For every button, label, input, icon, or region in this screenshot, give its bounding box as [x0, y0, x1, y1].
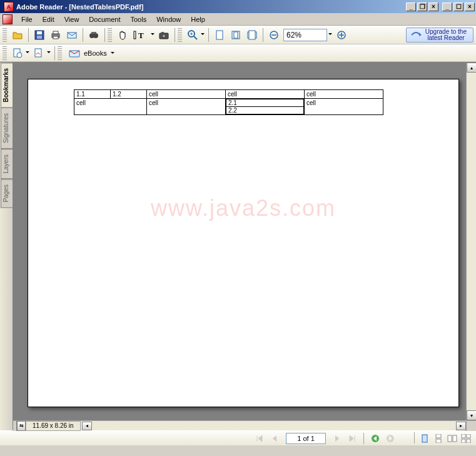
review-dropdown[interactable]: [24, 51, 31, 55]
close-button[interactable]: ×: [465, 3, 475, 11]
first-page-button[interactable]: [253, 432, 266, 445]
table-cell: cell: [147, 90, 226, 99]
fit-width-button[interactable]: [245, 28, 260, 43]
svg-rect-21: [234, 32, 238, 38]
close-doc-button[interactable]: ×: [428, 3, 438, 11]
zoom-in-plus-button[interactable]: [334, 28, 349, 43]
side-tab-pages[interactable]: Pages: [1, 179, 13, 208]
zoom-value-dropdown[interactable]: [327, 33, 333, 37]
signature-button[interactable]: [31, 46, 46, 61]
svg-point-8: [93, 33, 98, 38]
back-circle-icon: [371, 434, 380, 443]
table-cell: 1.2: [111, 90, 147, 99]
toolbar-grip-4[interactable]: [3, 46, 7, 60]
menu-tools[interactable]: Tools: [126, 14, 152, 24]
toolbar-grip-3[interactable]: [178, 28, 182, 42]
review-button[interactable]: [10, 46, 25, 61]
toolbar-grip-5[interactable]: [58, 46, 62, 60]
ebooks-button[interactable]: eBooks: [64, 46, 119, 60]
email-button[interactable]: [64, 28, 79, 43]
title-bar: A Adobe Reader - [NestedTablesPDF.pdf] _…: [0, 0, 476, 13]
window-title: Adobe Reader - [NestedTablesPDF.pdf]: [16, 3, 143, 11]
menu-help[interactable]: Help: [186, 14, 210, 24]
menu-bar: File Edit View Document Tools Window Hel…: [0, 13, 476, 26]
toolbar-grip[interactable]: [3, 28, 7, 42]
document-review-icon: [13, 48, 23, 58]
continuous-facing-button[interactable]: [460, 432, 472, 445]
scroll-right-button[interactable]: ▸: [456, 422, 466, 430]
print-button[interactable]: [48, 28, 63, 43]
toolbar-grip-2[interactable]: [108, 28, 112, 42]
last-page-button[interactable]: [346, 432, 358, 445]
upgrade-banner[interactable]: Upgrade to the latest Reader: [406, 28, 473, 43]
printer-icon: [51, 30, 61, 40]
table-cell: cell: [226, 90, 305, 99]
next-page-button[interactable]: [331, 432, 343, 445]
horizontal-scrollbar[interactable]: ◂ ▸: [82, 422, 466, 430]
svg-rect-36: [436, 434, 441, 438]
scroll-up-button[interactable]: ▴: [467, 63, 476, 73]
svg-rect-42: [462, 439, 465, 443]
svg-rect-1: [37, 31, 42, 34]
select-dropdown[interactable]: [149, 33, 156, 37]
watermark-text: www.java2s.com: [28, 195, 458, 221]
ebooks-icon: [69, 48, 80, 58]
hand-tool-button[interactable]: [115, 28, 130, 43]
pdf-page: 1.1 1.2 cell cell cell cell cell 2.1: [28, 79, 459, 407]
page-indicator-input[interactable]: 1 of 1: [286, 433, 326, 444]
save-button[interactable]: [32, 28, 47, 43]
next-view-button[interactable]: [384, 432, 397, 445]
signature-icon: [34, 48, 44, 58]
snapshot-tool-button[interactable]: [156, 28, 171, 43]
forward-circle-icon: [386, 434, 395, 443]
table-cell: cell: [74, 99, 147, 115]
inner-cell: 2.1: [226, 99, 304, 107]
envelope-icon: [67, 30, 77, 40]
minimize-doc-button[interactable]: _: [406, 3, 416, 11]
actual-size-button[interactable]: [212, 28, 227, 43]
side-tab-bookmarks[interactable]: Bookmarks: [1, 63, 13, 108]
document-canvas[interactable]: 1.1 1.2 cell cell cell cell cell 2.1: [13, 63, 466, 420]
zoom-value-input[interactable]: 62%: [283, 29, 327, 41]
svg-rect-38: [448, 435, 452, 442]
fit-page-button[interactable]: [228, 28, 243, 43]
svg-rect-19: [216, 31, 223, 39]
menu-view[interactable]: View: [59, 14, 84, 24]
zoom-dropdown[interactable]: [200, 33, 206, 37]
side-tab-signatures[interactable]: Signatures: [1, 108, 13, 149]
maximize-button[interactable]: ☐: [453, 3, 463, 11]
scroll-left-button[interactable]: ◂: [82, 422, 92, 430]
side-tab-layers[interactable]: Layers: [1, 149, 13, 179]
text-select-icon: T: [133, 30, 148, 40]
svg-rect-41: [467, 434, 470, 438]
select-text-button[interactable]: T: [131, 28, 150, 43]
search-button[interactable]: [86, 28, 101, 43]
prev-view-button[interactable]: [369, 432, 382, 445]
continuous-button[interactable]: [432, 432, 445, 445]
restore-doc-button[interactable]: ❐: [417, 3, 427, 11]
menu-edit[interactable]: Edit: [38, 14, 59, 24]
dims-toggle[interactable]: ⇆: [17, 421, 26, 431]
fit-page-icon: [231, 30, 241, 40]
svg-rect-37: [436, 439, 441, 443]
facing-button[interactable]: [446, 432, 458, 445]
svg-point-30: [17, 53, 22, 58]
zoom-in-button[interactable]: [185, 28, 200, 43]
minus-circle-icon: [270, 31, 278, 39]
upgrade-text: Upgrade to the latest Reader: [425, 29, 467, 41]
svg-text:T: T: [138, 31, 144, 40]
scroll-down-button[interactable]: ▾: [467, 410, 476, 420]
single-page-button[interactable]: [418, 432, 431, 445]
vertical-scrollbar[interactable]: ▴ ▾: [466, 63, 476, 420]
prev-page-button[interactable]: [268, 432, 281, 445]
adobe-pdf-icon: [3, 14, 13, 24]
toolbar-area: T 62%: [0, 26, 476, 63]
menu-file[interactable]: File: [16, 14, 38, 24]
zoom-out-button[interactable]: [266, 28, 281, 43]
menu-window[interactable]: Window: [151, 14, 186, 24]
open-button[interactable]: [10, 28, 25, 43]
menu-document[interactable]: Document: [84, 14, 125, 24]
minimize-button[interactable]: _: [442, 3, 452, 11]
signature-dropdown[interactable]: [46, 51, 52, 55]
svg-point-13: [162, 34, 166, 38]
